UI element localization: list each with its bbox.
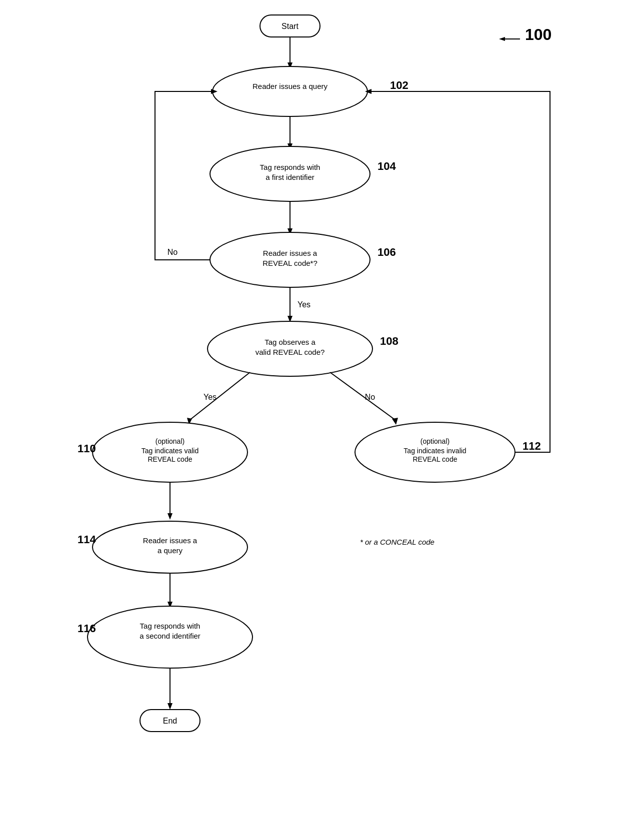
- svg-line-16: [190, 372, 250, 420]
- yes-label-106: Yes: [298, 300, 310, 309]
- node-112-label-0: (optional): [420, 437, 450, 445]
- ref-116: 116: [78, 622, 96, 635]
- ref-104: 104: [378, 160, 396, 172]
- svg-marker-30: [168, 703, 172, 710]
- ref-112: 112: [522, 440, 541, 452]
- node-112-label-2: REVEAL code: [413, 455, 458, 463]
- node-116-label-1: Tag responds with: [140, 622, 200, 630]
- yes-label-108: Yes: [204, 393, 216, 401]
- no-label-106: No: [168, 248, 178, 256]
- svg-point-5: [212, 66, 368, 116]
- start-label: Start: [282, 22, 298, 30]
- diagram-ref-number: 100: [525, 25, 552, 43]
- node-108-label-1: Tag observes a: [264, 338, 316, 346]
- svg-marker-23: [168, 513, 172, 520]
- node-114-label-1: Reader issues a: [143, 536, 198, 545]
- svg-line-18: [330, 372, 395, 420]
- ref-110: 110: [78, 442, 96, 455]
- node-102-label: Reader issues a query: [252, 82, 328, 90]
- ref-102: 102: [390, 79, 408, 91]
- node-110-label-0: (optional): [156, 437, 184, 445]
- no-label-108: No: [365, 393, 376, 401]
- node-110-label-2: REVEAL code: [148, 455, 192, 463]
- node-108-label-2: valid REVEAL code?: [256, 348, 325, 356]
- node-106-label-2: REVEAL code*?: [262, 259, 318, 267]
- note-text: * or a CONCEAL code: [360, 538, 434, 546]
- ref-106: 106: [378, 246, 396, 258]
- node-112-label-1: Tag indicates invalid: [404, 447, 466, 455]
- node-116-label-2: a second identifier: [140, 632, 200, 640]
- svg-marker-1: [499, 37, 505, 41]
- ref-114: 114: [78, 533, 96, 546]
- svg-marker-19: [392, 418, 398, 425]
- node-110-label-1: Tag indicates valid: [142, 447, 198, 455]
- end-label: End: [163, 717, 177, 725]
- node-104-label-2: a first identifier: [266, 173, 314, 181]
- flowchart-diagram: 100 Start Reader issues a query 102 Tag …: [0, 0, 620, 840]
- node-104-label-1: Tag responds with: [260, 163, 320, 171]
- node-106-label-1: Reader issues a: [263, 249, 318, 257]
- node-114-label-2: a query: [158, 546, 183, 555]
- ref-108: 108: [380, 335, 398, 347]
